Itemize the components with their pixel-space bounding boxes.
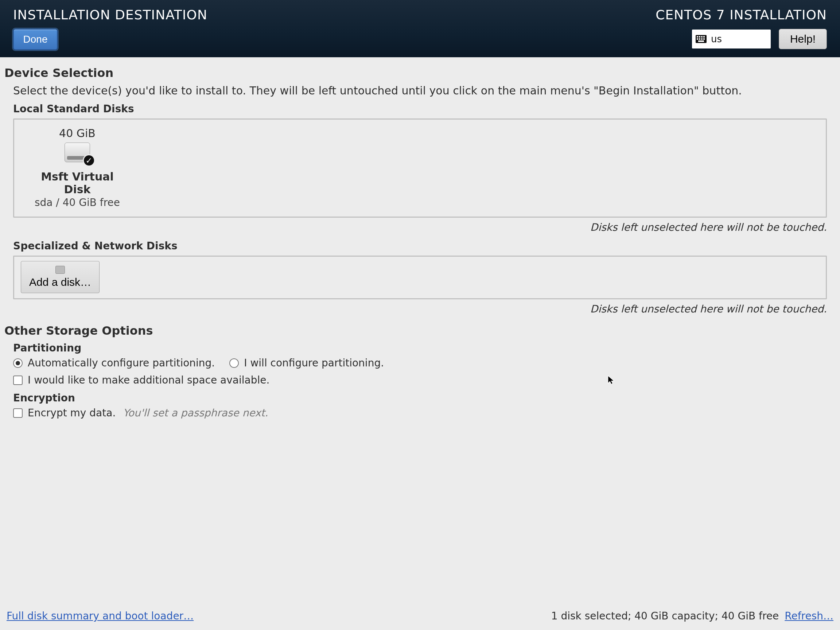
disk-meta: sda / 40 GiB free [27, 196, 128, 208]
keyboard-icon [696, 35, 707, 43]
storage-options-title: Other Storage Options [5, 324, 835, 338]
svg-rect-3 [701, 36, 703, 38]
add-disk-button[interactable]: Add a disk… [21, 261, 99, 293]
checkbox-encrypt-label: Encrypt my data. [28, 407, 115, 419]
header-bar: INSTALLATION DESTINATION Done CENTOS 7 I… [0, 0, 840, 57]
add-disk-label: Add a disk… [29, 276, 91, 288]
local-disks-note: Disks left unselected here will not be t… [5, 221, 827, 233]
radio-auto-partition[interactable]: Automatically configure partitioning. [13, 357, 215, 369]
footer-bar: Full disk summary and boot loader… 1 dis… [0, 603, 840, 630]
keyboard-layout-code: us [711, 33, 722, 44]
add-disk-icon [55, 266, 65, 274]
device-selection-title: Device Selection [5, 66, 835, 80]
disk-name: Msft Virtual Disk [27, 170, 128, 196]
svg-rect-4 [703, 36, 705, 38]
svg-rect-8 [703, 38, 705, 40]
svg-rect-7 [701, 38, 703, 40]
svg-rect-2 [699, 36, 700, 38]
mouse-cursor-icon [607, 375, 616, 384]
specialized-disks-container: Add a disk… [13, 256, 827, 299]
radio-manual-partition[interactable]: I will configure partitioning. [229, 357, 384, 369]
disk-icon-wrap: ✓ [65, 142, 90, 162]
specialized-disks-label: Specialized & Network Disks [13, 240, 835, 252]
footer-right: 1 disk selected; 40 GiB capacity; 40 GiB… [551, 610, 834, 622]
disk-card-sda[interactable]: 40 GiB ✓ Msft Virtual Disk sda / 40 GiB … [21, 124, 134, 212]
footer-status: 1 disk selected; 40 GiB capacity; 40 GiB… [551, 610, 779, 622]
storage-options-section: Other Storage Options Partitioning Autom… [5, 324, 835, 419]
radio-icon [229, 358, 239, 368]
installer-title: CENTOS 7 INSTALLATION [655, 7, 827, 22]
checkbox-additional-space-label: I would like to make additional space av… [28, 374, 269, 386]
local-disks-label: Local Standard Disks [13, 103, 835, 115]
local-disks-container: 40 GiB ✓ Msft Virtual Disk sda / 40 GiB … [13, 118, 827, 218]
svg-rect-5 [697, 38, 698, 40]
help-button[interactable]: Help! [779, 29, 827, 49]
header-left: INSTALLATION DESTINATION Done [13, 7, 207, 57]
checkbox-icon [13, 376, 23, 385]
specialized-disks-note: Disks left unselected here will not be t… [5, 303, 827, 315]
checkbox-encrypt[interactable]: Encrypt my data. You'll set a passphrase… [13, 407, 835, 419]
radio-icon [13, 358, 23, 368]
device-selection-description: Select the device(s) you'd like to insta… [13, 84, 835, 97]
radio-auto-label: Automatically configure partitioning. [28, 357, 215, 369]
encryption-label: Encryption [13, 392, 835, 404]
selected-check-icon: ✓ [83, 154, 95, 167]
done-button[interactable]: Done [13, 29, 58, 50]
content-area: Device Selection Select the device(s) yo… [0, 57, 840, 419]
svg-rect-1 [697, 36, 698, 38]
partitioning-group: Partitioning Automatically configure par… [13, 342, 835, 419]
disk-summary-link[interactable]: Full disk summary and boot loader… [6, 610, 194, 622]
refresh-link[interactable]: Refresh… [785, 610, 834, 622]
keyboard-layout-selector[interactable]: us [692, 30, 771, 49]
page-title: INSTALLATION DESTINATION [13, 7, 207, 22]
disk-size: 40 GiB [27, 127, 128, 140]
encrypt-hint: You'll set a passphrase next. [123, 407, 268, 419]
header-right-row: us Help! [692, 29, 827, 49]
header-right: CENTOS 7 INSTALLATION us Help! [655, 7, 827, 57]
svg-rect-9 [698, 41, 704, 42]
checkbox-additional-space[interactable]: I would like to make additional space av… [13, 374, 835, 386]
radio-manual-label: I will configure partitioning. [244, 357, 384, 369]
partitioning-label: Partitioning [13, 342, 835, 354]
svg-rect-6 [699, 38, 700, 40]
checkbox-icon [13, 408, 23, 418]
